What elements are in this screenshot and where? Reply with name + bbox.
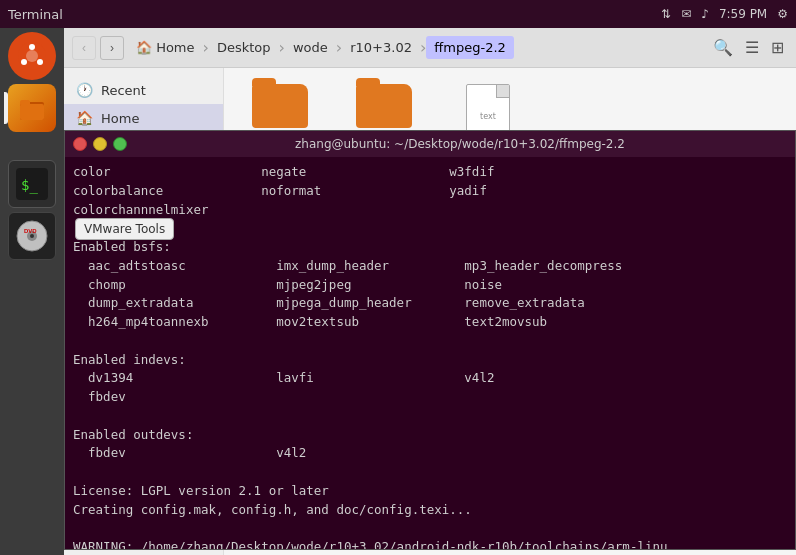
term-line-3: colorchannnelmixer (73, 201, 787, 220)
svg-point-2 (29, 44, 35, 50)
term-line-17 (73, 463, 787, 482)
system-bar: Terminal ⇅ ✉ ♪ 7:59 PM ⚙ (0, 0, 796, 28)
svg-rect-7 (20, 104, 44, 120)
term-line-13: fbdev (73, 388, 787, 407)
forward-button[interactable]: › (100, 36, 124, 60)
folder-tests-icon (252, 84, 308, 128)
term-line-21: WARNING: /home/zhang/Desktop/wode/r10+3.… (73, 538, 787, 549)
term-line-1: color negate w3fdif (73, 163, 787, 182)
sidebar-recent-label: Recent (101, 83, 146, 98)
svg-text:DVD: DVD (24, 228, 37, 234)
terminal-window: zhang@ubuntu: ~/Desktop/wode/r10+3.02/ff… (64, 130, 796, 550)
recent-icon: 🕐 (76, 82, 93, 98)
term-line-15: Enabled outdevs: (73, 426, 787, 445)
vmware-tools-tooltip: VMware Tools (75, 218, 174, 240)
breadcrumb-r10[interactable]: r10+3.02 (342, 36, 420, 59)
terminal-body[interactable]: color negate w3fdif colorbalance noforma… (65, 157, 795, 549)
term-line-12: dv1394 lavfi v4l2 (73, 369, 787, 388)
term-line-10 (73, 332, 787, 351)
launcher-icon-ubuntu[interactable] (8, 32, 56, 80)
back-button[interactable]: ‹ (72, 36, 96, 60)
toolbar-actions: 🔍 ☰ ⊞ (709, 36, 788, 59)
grid-view-button[interactable]: ⊞ (767, 36, 788, 59)
term-line-19: Creating config.mak, config.h, and doc/c… (73, 501, 787, 520)
volume-icon: ♪ (701, 7, 709, 21)
settings-icon[interactable]: ⚙ (777, 7, 788, 21)
term-line-14 (73, 407, 787, 426)
launcher-icon-terminal[interactable]: $_ (8, 160, 56, 208)
terminal-titlebar: zhang@ubuntu: ~/Desktop/wode/r10+3.02/ff… (65, 131, 795, 157)
term-line-4 (73, 219, 787, 238)
sidebar-home-label: Home (101, 111, 139, 126)
breadcrumb-ffmpeg[interactable]: ffmpeg-2.2 (426, 36, 514, 59)
vmware-tools-label: VMware Tools (84, 222, 165, 236)
sidebar-item-recent[interactable]: 🕐 Recent (64, 76, 223, 104)
search-button[interactable]: 🔍 (709, 36, 737, 59)
launcher-icon-files[interactable] (8, 84, 56, 132)
breadcrumb-wode[interactable]: wode (285, 36, 336, 59)
launcher-icon-dvd[interactable]: DVD (8, 212, 56, 260)
launcher-sidebar: $_ DVD (0, 28, 64, 555)
term-line-7: chomp mjpeg2jpeg noise (73, 276, 787, 295)
svg-point-1 (26, 50, 38, 62)
svg-point-12 (30, 234, 34, 238)
list-view-button[interactable]: ☰ (741, 36, 763, 59)
network-icon: ⇅ (661, 7, 671, 21)
time-label: 7:59 PM (719, 7, 767, 21)
app-title-label: Terminal (8, 7, 63, 22)
sidebar-item-home[interactable]: 🏠 Home (64, 104, 223, 132)
svg-text:$_: $_ (21, 177, 38, 194)
term-line-9: h264_mp4toannexb mov2textsub text2movsub (73, 313, 787, 332)
breadcrumb-home[interactable]: 🏠 Home (128, 36, 203, 59)
system-tray: ⇅ ✉ ♪ 7:59 PM ⚙ (661, 7, 788, 21)
fm-toolbar: ‹ › 🏠 Home › Desktop › wode › r10+3.02 ›… (64, 28, 796, 68)
terminal-title-label: zhang@ubuntu: ~/Desktop/wode/r10+3.02/ff… (133, 137, 787, 151)
terminal-minimize-button[interactable] (93, 137, 107, 151)
file-arch-mak-icon: text (466, 84, 510, 136)
breadcrumb: 🏠 Home › Desktop › wode › r10+3.02 › ffm… (128, 36, 705, 59)
svg-point-3 (37, 59, 43, 65)
term-line-8: dump_extradata mjpega_dump_header remove… (73, 294, 787, 313)
terminal-close-button[interactable] (73, 137, 87, 151)
term-line-2: colorbalance noformat yadif (73, 182, 787, 201)
breadcrumb-desktop[interactable]: Desktop (209, 36, 279, 59)
svg-point-4 (21, 59, 27, 65)
term-line-11: Enabled indevs: (73, 351, 787, 370)
home-icon: 🏠 (76, 110, 93, 126)
term-line-16: fbdev v4l2 (73, 444, 787, 463)
term-line-5: Enabled bsfs: (73, 238, 787, 257)
term-line-18: License: LGPL version 2.1 or later (73, 482, 787, 501)
terminal-maximize-button[interactable] (113, 137, 127, 151)
mail-icon: ✉ (681, 7, 691, 21)
folder-tools-icon (356, 84, 412, 128)
term-line-6: aac_adtstoasc imx_dump_header mp3_header… (73, 257, 787, 276)
term-line-20 (73, 519, 787, 538)
